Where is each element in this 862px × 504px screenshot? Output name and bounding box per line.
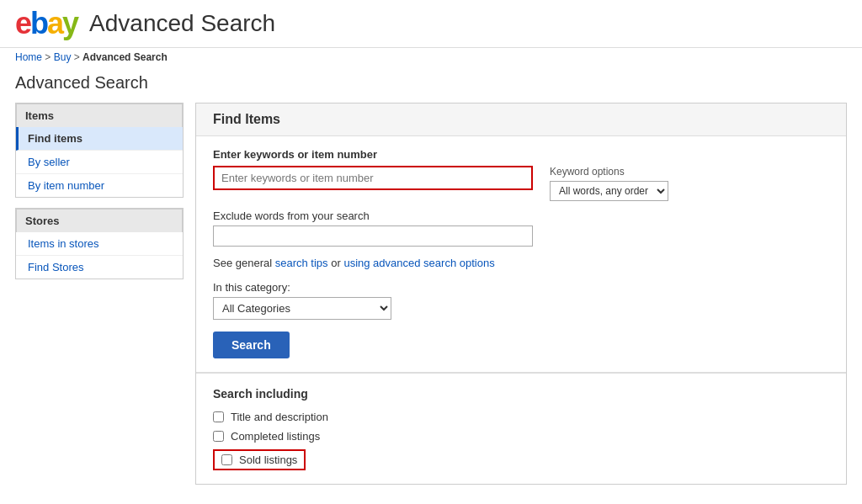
main-layout: Items Find items By seller By item numbe… xyxy=(0,103,862,485)
keyword-input-wrap xyxy=(213,166,533,190)
sidebar: Items Find items By seller By item numbe… xyxy=(15,103,184,485)
breadcrumb: Home > Buy > Advanced Search xyxy=(0,48,862,66)
keyword-field-label: Enter keywords or item number xyxy=(213,148,829,161)
category-select[interactable]: All Categories Antiques Art Baby Books B… xyxy=(213,297,391,320)
category-label: In this category: xyxy=(213,281,829,294)
title-description-checkbox[interactable] xyxy=(213,411,224,422)
page-heading: Advanced Search xyxy=(0,66,862,103)
find-items-section: Find Items Enter keywords or item number… xyxy=(196,103,846,373)
completed-listings-checkbox[interactable] xyxy=(213,431,224,442)
keyword-options-group: Keyword options All words, any order Any… xyxy=(550,166,668,201)
search-tips-middle: or xyxy=(328,257,344,269)
ebay-logo: ebay xyxy=(15,8,77,39)
search-tips-before: See general xyxy=(213,257,275,269)
sidebar-item-items-in-stores[interactable]: Items in stores xyxy=(16,232,183,256)
checkbox-row-completed: Completed listings xyxy=(213,430,829,443)
keyword-options-label: Keyword options xyxy=(550,166,668,178)
sidebar-items-section: Items Find items By seller By item numbe… xyxy=(15,103,184,198)
keyword-input[interactable] xyxy=(213,166,533,190)
sidebar-by-item-number-link[interactable]: By item number xyxy=(28,179,104,192)
search-including-title: Search including xyxy=(213,387,829,401)
category-select-wrap: All Categories Antiques Art Baby Books B… xyxy=(213,297,829,320)
checkbox-row-sold: Sold listings xyxy=(213,449,306,470)
category-row: In this category: All Categories Antique… xyxy=(213,281,829,320)
sidebar-item-by-seller[interactable]: By seller xyxy=(16,151,183,174)
exclude-label: Exclude words from your search xyxy=(213,210,829,222)
search-tips-row: See general search tips or using advance… xyxy=(213,257,829,269)
title-description-label[interactable]: Title and description xyxy=(231,411,328,423)
advanced-search-options-link[interactable]: using advanced search options xyxy=(343,257,494,269)
sidebar-stores-section: Stores Items in stores Find Stores xyxy=(15,208,184,279)
breadcrumb-current: Advanced Search xyxy=(82,51,168,63)
sidebar-find-items-link[interactable]: Find items xyxy=(28,132,82,145)
sidebar-item-find-items[interactable]: Find items xyxy=(16,127,183,151)
breadcrumb-buy[interactable]: Buy xyxy=(54,51,72,63)
completed-listings-label[interactable]: Completed listings xyxy=(231,430,320,443)
sold-listings-checkbox[interactable] xyxy=(221,454,232,465)
sidebar-find-stores-link[interactable]: Find Stores xyxy=(28,261,83,273)
sidebar-stores-title: Stores xyxy=(16,209,183,232)
sidebar-by-seller-link[interactable]: By seller xyxy=(28,156,70,168)
exclude-input[interactable] xyxy=(213,225,533,247)
breadcrumb-home[interactable]: Home xyxy=(15,51,42,63)
sidebar-item-by-item-number[interactable]: By item number xyxy=(16,174,183,197)
search-tips-link[interactable]: search tips xyxy=(275,257,328,269)
sidebar-item-find-stores[interactable]: Find Stores xyxy=(16,256,183,279)
search-including-section: Search including Title and description C… xyxy=(196,374,846,484)
sidebar-items-in-stores-link[interactable]: Items in stores xyxy=(28,237,99,250)
find-items-title: Find Items xyxy=(196,103,846,136)
checkbox-row-title-desc: Title and description xyxy=(213,411,829,423)
header-title: Advanced Search xyxy=(89,10,275,37)
header: ebay Advanced Search xyxy=(0,0,862,48)
content-area: Find Items Enter keywords or item number… xyxy=(195,103,847,485)
sold-listings-label[interactable]: Sold listings xyxy=(239,454,297,466)
keyword-options-select[interactable]: All words, any order Any words Exact wor… xyxy=(550,181,668,201)
sidebar-items-title: Items xyxy=(16,103,183,127)
search-button[interactable]: Search xyxy=(213,332,290,358)
keyword-row: Keyword options All words, any order Any… xyxy=(213,166,829,201)
